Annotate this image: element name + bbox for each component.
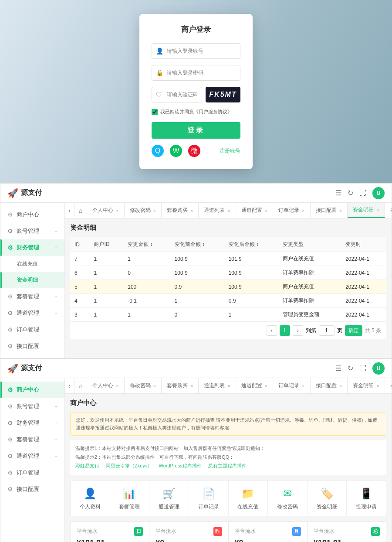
link-caihong[interactable]: 彩虹易支付 bbox=[75, 463, 99, 468]
tab-fund-detail[interactable]: 资金明细 × bbox=[348, 203, 385, 218]
sidebar-sub-balance-label: 资金明细 bbox=[17, 276, 38, 284]
tab2-package[interactable]: 套餐购买 × bbox=[162, 378, 199, 393]
menu-toggle-icon-1[interactable]: ☰ bbox=[335, 189, 341, 197]
sidebar2-item-finance[interactable]: ⚙ 财务管理 + bbox=[0, 415, 64, 431]
sidebar2-item-account[interactable]: ⚙ 账号管理 + bbox=[0, 398, 64, 415]
tab2-fund-detail[interactable]: 资金明细 × bbox=[348, 378, 385, 393]
tab2-channel-config[interactable]: 通道配置 × bbox=[236, 378, 273, 393]
user-avatar-1[interactable]: U bbox=[372, 187, 385, 199]
tips-1-text: 温馨提示1：本站支持对接所有易支付接口的网站，加入售后群有任何紧急情况即刻通知： bbox=[75, 444, 381, 453]
tab2-close-channel-config[interactable]: × bbox=[265, 383, 267, 389]
tab-close-package[interactable]: × bbox=[190, 208, 193, 213]
qc-withdraw-label: 提现申请 bbox=[356, 503, 377, 511]
tab-channel-config[interactable]: 通道配置 × bbox=[236, 203, 273, 218]
tab2-close-changepwd[interactable]: × bbox=[153, 383, 156, 389]
sidebar2-label-order: 订单管理 bbox=[17, 469, 39, 477]
weibo-login-button[interactable]: 微 bbox=[188, 145, 200, 157]
stat-monthly-badge: 月 bbox=[292, 527, 301, 536]
tab-close-changepwd[interactable]: × bbox=[153, 208, 156, 213]
tab-home-1[interactable]: ⌂ bbox=[74, 207, 87, 214]
tab2-close-personal[interactable]: × bbox=[116, 383, 118, 389]
link-wordpress[interactable]: WordPress程序插件 bbox=[159, 463, 201, 468]
tab-channel-list[interactable]: 通道列表 × bbox=[199, 203, 236, 218]
tab-nav-back-2[interactable]: ‹ bbox=[65, 378, 74, 393]
qq-login-button[interactable]: Q bbox=[152, 145, 164, 157]
sidebar-item-channel[interactable]: ⚙ 通道管理 + bbox=[0, 305, 64, 321]
tab-order-record[interactable]: 订单记录 × bbox=[273, 203, 310, 218]
sidebar-item-account[interactable]: ⚙ 账号管理 + bbox=[0, 223, 64, 239]
agree-checkbox[interactable] bbox=[152, 109, 158, 115]
qc-channel-mgmt[interactable]: 🛒 通道管理 bbox=[149, 481, 189, 516]
tab2-personal[interactable]: 个人中心 × bbox=[87, 378, 124, 393]
password-input[interactable] bbox=[152, 65, 240, 81]
qc-order-record[interactable]: 📄 订单记录 bbox=[189, 481, 229, 516]
sidebar-sub-balance[interactable]: 资金明细 bbox=[0, 272, 64, 288]
tab-package-buy[interactable]: 套餐购买 × bbox=[162, 203, 199, 218]
link-aliyun[interactable]: 阿里云引擎（Zkeys） bbox=[106, 463, 152, 468]
logo-text-1: 源支付 bbox=[21, 188, 42, 198]
captcha-image[interactable]: FK5MT bbox=[206, 87, 240, 102]
sidebar2-item-package[interactable]: ⚙ 套餐管理 + bbox=[0, 431, 64, 448]
sidebar2-item-merchant[interactable]: ⚙ 商户中心 bbox=[0, 382, 64, 398]
page-confirm-btn[interactable]: 确定 bbox=[345, 325, 362, 336]
wechat-login-button[interactable]: W bbox=[170, 145, 182, 157]
user-avatar-2[interactable]: U bbox=[372, 362, 385, 375]
tab-home-2[interactable]: ⌂ bbox=[74, 382, 87, 389]
sidebar2-item-channel[interactable]: ⚙ 通道管理 + bbox=[0, 448, 64, 464]
tab-close-channel-list[interactable]: × bbox=[227, 208, 230, 213]
tab2-close-fund[interactable]: × bbox=[376, 383, 379, 389]
qc-personal-info[interactable]: 👤 个人资料 bbox=[71, 481, 110, 516]
sidebar-item-package[interactable]: ⚙ 套餐管理 + bbox=[0, 288, 64, 305]
tab2-close-api[interactable]: × bbox=[339, 383, 342, 389]
fullscreen-icon-2[interactable]: ⛶ bbox=[359, 365, 366, 372]
tab-close-order-record[interactable]: × bbox=[302, 208, 304, 213]
tab2-close-package[interactable]: × bbox=[190, 383, 193, 389]
qc-recharge-label: 在线充值 bbox=[237, 503, 258, 511]
register-link[interactable]: 注册账号 bbox=[220, 147, 240, 155]
lock-icon: 🔒 bbox=[156, 69, 163, 76]
prev-page-btn[interactable]: ‹ bbox=[267, 325, 277, 336]
tab2-changepwd[interactable]: 修改密码 × bbox=[125, 378, 162, 393]
refresh-icon-1[interactable]: ↻ bbox=[348, 189, 353, 197]
tab-online-recharge[interactable]: 在线充值 × bbox=[385, 203, 392, 218]
stat-total-badge: 总 bbox=[371, 527, 380, 536]
tab-personal-center[interactable]: 个人中心 × bbox=[87, 203, 124, 218]
refresh-icon-2[interactable]: ↻ bbox=[348, 364, 353, 372]
menu-toggle-icon-2[interactable]: ☰ bbox=[335, 364, 341, 372]
tab2-api-config[interactable]: 接口配置 × bbox=[311, 378, 348, 393]
qc-change-password[interactable]: ✉ 修改密码 bbox=[268, 481, 308, 516]
tab-close-api-config[interactable]: × bbox=[339, 208, 342, 213]
tab-change-password[interactable]: 修改密码 × bbox=[125, 203, 162, 218]
qc-package-icon: 📊 bbox=[123, 487, 136, 500]
sidebar2-item-order[interactable]: ⚙ 订单管理 + bbox=[0, 464, 64, 481]
sidebar-item-merchant[interactable]: ⚙ 商户中心 bbox=[0, 206, 64, 223]
tab-close-fund-detail[interactable]: × bbox=[376, 208, 379, 213]
sidebar-sub-recharge[interactable]: 在线充值 bbox=[0, 256, 64, 272]
username-input[interactable] bbox=[152, 43, 240, 59]
sidebar-item-order[interactable]: ⚙ 订单管理 + bbox=[0, 321, 64, 338]
sidebar2-item-api[interactable]: ⚙ 接口配置 bbox=[0, 481, 64, 498]
qc-withdraw[interactable]: 📱 提现申请 bbox=[347, 481, 386, 516]
tab2-online-recharge[interactable]: 在线充值 × bbox=[385, 378, 392, 393]
stat-yesterday-header: 平台流水 昨 bbox=[155, 527, 222, 536]
tab2-channel-list[interactable]: 通道列表 × bbox=[199, 378, 236, 393]
qc-fund-detail[interactable]: 🏷️ 资金明细 bbox=[308, 481, 347, 516]
page-input[interactable] bbox=[319, 325, 335, 336]
table-row: 41-0.110.9订单费率扣除2022-04-1 bbox=[70, 294, 386, 308]
tab-nav-back[interactable]: ‹ bbox=[65, 203, 74, 218]
tab2-close-channel-list[interactable]: × bbox=[227, 383, 230, 389]
qc-package-mgmt[interactable]: 📊 套餐管理 bbox=[110, 481, 150, 516]
sidebar-item-finance[interactable]: ⚙ 财务管理 − bbox=[0, 239, 64, 256]
sidebar-item-api[interactable]: ⚙ 接口配置 bbox=[0, 338, 64, 355]
login-button[interactable]: 登录 bbox=[152, 122, 240, 139]
tab2-order-record[interactable]: 订单记录 × bbox=[273, 378, 310, 393]
qc-online-recharge[interactable]: 📁 在线充值 bbox=[229, 481, 268, 516]
next-page-btn[interactable]: › bbox=[293, 325, 303, 336]
tab-close-personal[interactable]: × bbox=[116, 208, 118, 213]
tab-api-config[interactable]: 接口配置 × bbox=[311, 203, 348, 218]
link-theme[interactable]: 总有主题程序插件 bbox=[208, 463, 247, 468]
tab-close-channel-config[interactable]: × bbox=[265, 208, 267, 213]
tab2-close-order[interactable]: × bbox=[302, 383, 304, 389]
page-1-btn[interactable]: 1 bbox=[280, 325, 290, 336]
fullscreen-icon-1[interactable]: ⛶ bbox=[359, 189, 366, 197]
